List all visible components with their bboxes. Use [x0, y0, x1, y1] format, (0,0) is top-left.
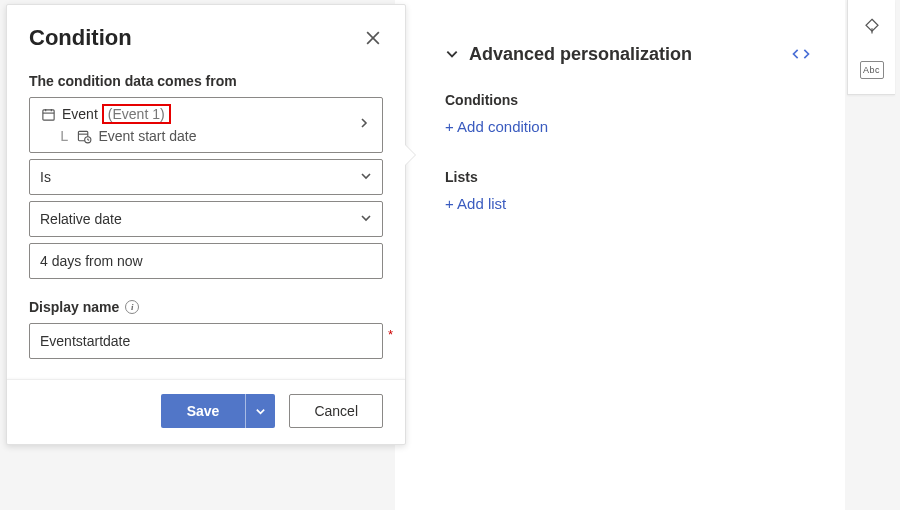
required-indicator: * — [388, 327, 393, 342]
save-button[interactable]: Save — [161, 394, 246, 428]
chevron-down-icon — [360, 169, 372, 185]
tree-elbow-icon: L — [60, 128, 70, 144]
calendar-icon — [40, 106, 56, 122]
display-name-label: Display name i — [29, 299, 383, 315]
add-list-link[interactable]: + Add list — [445, 195, 506, 212]
panel-toggle[interactable]: Advanced personalization — [445, 44, 692, 65]
personalization-panel: Advanced personalization Conditions + Ad… — [395, 0, 845, 510]
event-label: Event — [62, 106, 98, 122]
event-instance: (Event 1) — [108, 106, 165, 122]
operator-select[interactable]: Is — [29, 159, 383, 195]
dialog-title: Condition — [29, 25, 132, 51]
tag-icon[interactable] — [852, 6, 892, 46]
display-name-input[interactable]: Eventstartdate — [29, 323, 383, 359]
calendar-clock-icon — [76, 128, 92, 144]
info-icon[interactable]: i — [125, 300, 139, 314]
chevron-down-icon — [360, 211, 372, 227]
condition-source-picker[interactable]: Event (Event 1) L — [29, 97, 383, 153]
cancel-button[interactable]: Cancel — [289, 394, 383, 428]
event-field: Event start date — [98, 128, 196, 144]
save-dropdown[interactable] — [245, 394, 275, 428]
close-icon[interactable] — [363, 28, 383, 48]
right-tool-rail: Abc — [847, 0, 895, 95]
value-input[interactable]: 4 days from now — [29, 243, 383, 279]
lists-section-label: Lists — [445, 169, 815, 185]
panel-title: Advanced personalization — [469, 44, 692, 65]
chevron-right-icon — [358, 116, 370, 132]
chevron-down-icon — [445, 47, 459, 61]
abc-icon[interactable]: Abc — [852, 50, 892, 90]
code-icon[interactable] — [787, 40, 815, 68]
condition-dialog: Condition The condition data comes from — [6, 4, 406, 445]
value-type-select[interactable]: Relative date — [29, 201, 383, 237]
add-condition-link[interactable]: + Add condition — [445, 118, 548, 135]
conditions-section-label: Conditions — [445, 92, 815, 108]
save-split-button: Save — [161, 394, 276, 428]
source-label: The condition data comes from — [29, 73, 383, 89]
svg-rect-3 — [42, 109, 53, 119]
